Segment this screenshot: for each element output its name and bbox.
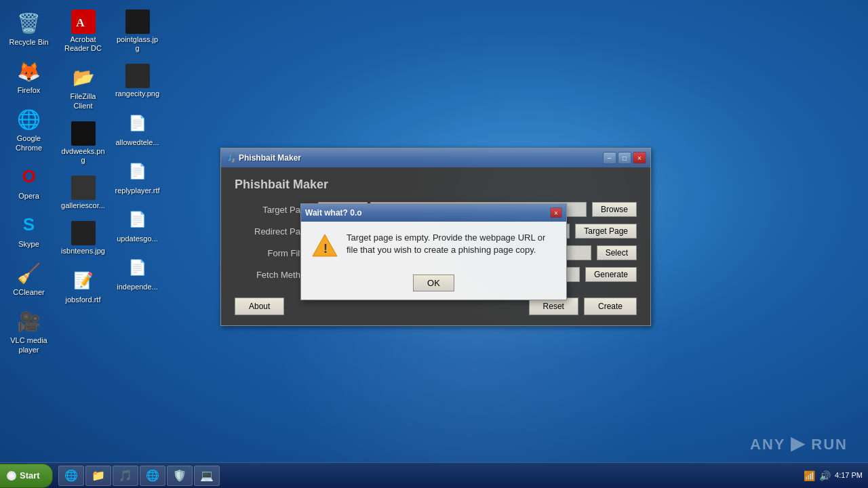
desktop-icon-jobsford[interactable]: 📝 jobsford.rtf	[58, 264, 108, 307]
opera-label: Opera	[18, 192, 39, 201]
filezilla-label: FileZilla Client	[60, 92, 106, 110]
chrome-label: Google Chrome	[6, 134, 52, 152]
desktop-icon-vlc[interactable]: 🎥 VLC media player	[3, 305, 54, 357]
ie-icon: 🌐	[64, 469, 78, 482]
pointglass-label: pointglass.jpg	[115, 35, 160, 53]
taskbar-items: 🌐 📁 🎵 🌐 🛡️ 💻	[58, 466, 798, 486]
firefox-label: Firefox	[18, 86, 41, 95]
app-icon: 🎣	[225, 152, 236, 163]
explorer-icon: 📁	[92, 469, 105, 482]
rangecity-label: rangecity.png	[115, 89, 159, 98]
security-icon: 🛡️	[173, 469, 186, 482]
wmp-icon: 🎵	[119, 469, 132, 482]
desktop-icon-updatesgo[interactable]: 📄 updatesgo...	[112, 203, 163, 246]
about-button[interactable]: About	[235, 298, 284, 315]
allowedtele-label: allowedtele...	[115, 138, 159, 147]
desktop-icon-allowedtele[interactable]: 📄 allowedtele...	[112, 107, 163, 150]
taskbar-item-vmware[interactable]: 💻	[194, 466, 220, 486]
updatesgo-label: updatesgo...	[117, 235, 158, 243]
chrome-taskbar-icon: 🌐	[146, 469, 159, 482]
system-tray: 📶 🔊 4:17 PM	[798, 470, 868, 481]
jobsford-label: jobsford.rtf	[66, 296, 101, 304]
desktop-icon-skype[interactable]: S Skype	[3, 209, 54, 251]
window-titlebar[interactable]: 🎣 Phishbait Maker − □ ×	[221, 148, 650, 167]
desktop-icon-independe[interactable]: 📄 independe...	[112, 251, 163, 294]
desktop-icon-dvdweeks[interactable]: dvdweeks.png	[58, 119, 108, 167]
window-body: Phishbait Maker Target Page: Page URL: B…	[221, 167, 650, 325]
desktop-icon-galleriescor[interactable]: galleriescor...	[58, 173, 108, 213]
start-button[interactable]: Start	[0, 464, 53, 488]
taskbar-item-wmp[interactable]: 🎵	[113, 466, 138, 486]
vlc-label: VLC media player	[6, 336, 52, 354]
desktop-icon-ccleaner[interactable]: 🧹 CCleaner	[3, 257, 54, 300]
app-title: Phishbait Maker	[235, 178, 637, 192]
anyrun-text: ANY ▶ RUN	[750, 433, 848, 454]
replyplayer-label: replyplayer.rtf	[115, 186, 159, 195]
browse-button[interactable]: Browse	[592, 202, 637, 217]
fetch-method-row: Fetch Method: Generate	[235, 267, 637, 282]
anyrun-watermark: ANY ▶ RUN	[750, 433, 848, 454]
reset-button[interactable]: Reset	[529, 298, 578, 315]
system-clock: 4:17 PM	[835, 470, 863, 480]
vmware-icon: 💻	[200, 469, 214, 482]
create-button[interactable]: Create	[584, 298, 637, 315]
svg-text:!: !	[323, 242, 328, 256]
right-buttons: Reset Create	[529, 298, 637, 315]
select-button[interactable]: Select	[597, 245, 637, 260]
dialog-titlebar: Wait what? 0.o ×	[301, 204, 566, 222]
generate-button[interactable]: Generate	[585, 267, 637, 282]
close-button[interactable]: ×	[633, 152, 646, 164]
taskbar-item-ie[interactable]: 🌐	[58, 466, 84, 486]
target-page-button[interactable]: Target Page	[575, 224, 637, 239]
dialog-close-button[interactable]: ×	[550, 207, 562, 218]
desktop-icons-col3: pointglass.jpg rangecity.png 📄 allowedte…	[112, 7, 163, 294]
form-filter-row: Form Filter: Select	[235, 245, 637, 260]
window-title: Phishbait Maker	[239, 153, 600, 163]
start-orb-icon	[7, 471, 16, 481]
acrobat-label: Acrobat Reader DC	[60, 35, 106, 53]
desktop-icon-recycle-bin[interactable]: 🗑️ Recycle Bin	[3, 7, 54, 49]
tray-volume-icon: 🔊	[819, 470, 831, 481]
maximize-button[interactable]: □	[618, 152, 631, 164]
dialog-message: Target page is empty. Provide the webpag…	[347, 232, 556, 256]
ccleaner-label: CCleaner	[13, 288, 44, 297]
window-controls: − □ ×	[603, 152, 646, 164]
taskbar-item-security[interactable]: 🛡️	[167, 466, 193, 486]
dialog-footer: OK	[301, 269, 566, 300]
desktop-icons-col1: 🗑️ Recycle Bin 🦊 Firefox 🌐 Google Chrome…	[3, 7, 54, 357]
skype-label: Skype	[18, 240, 39, 249]
target-page-row: Target Page: Page URL: Browse	[235, 202, 637, 217]
desktop-icon-isbnteens[interactable]: isbnteens.jpg	[58, 218, 108, 258]
desktop-icon-filezilla[interactable]: 📂 FileZilla Client	[58, 61, 108, 113]
desktop-icon-opera[interactable]: O Opera	[3, 161, 54, 203]
taskbar-item-chrome[interactable]: 🌐	[140, 466, 165, 486]
dvdweeks-label: dvdweeks.png	[60, 147, 106, 165]
desktop-icon-chrome[interactable]: 🌐 Google Chrome	[3, 103, 54, 155]
desktop-icon-pointglass[interactable]: pointglass.jpg	[112, 7, 163, 56]
dialog-ok-button[interactable]: OK	[413, 274, 454, 291]
redirect-page-row: Redirect Page: Target Page	[235, 224, 637, 239]
taskbar-item-explorer[interactable]: 📁	[85, 466, 111, 486]
desktop-icon-firefox[interactable]: 🦊 Firefox	[3, 55, 54, 98]
dialog-body: ! Target page is empty. Provide the webp…	[301, 222, 566, 269]
dialog-title: Wait what? 0.o	[305, 208, 550, 218]
independe-label: independe...	[117, 283, 158, 291]
recycle-bin-label: Recycle Bin	[9, 38, 48, 47]
desktop-icon-rangecity[interactable]: rangecity.png	[112, 61, 163, 101]
minimize-button[interactable]: −	[603, 152, 616, 164]
tray-network-icon: 📶	[804, 470, 815, 481]
isbnteens-label: isbnteens.jpg	[61, 247, 105, 256]
desktop-icons-col2: A Acrobat Reader DC 📂 FileZilla Client d…	[58, 7, 108, 307]
desktop: 🗑️ Recycle Bin 🦊 Firefox 🌐 Google Chrome…	[0, 0, 868, 488]
svg-text:A: A	[76, 16, 85, 29]
taskbar: Start 🌐 📁 🎵 🌐 🛡️ 💻 📶 🔊	[0, 462, 868, 488]
desktop-icon-acrobat[interactable]: A Acrobat Reader DC	[58, 7, 108, 56]
dialog-box: Wait what? 0.o × ! Target page is empty.…	[300, 203, 567, 300]
warning-icon: !	[311, 232, 338, 259]
galleriescor-label: galleriescor...	[61, 201, 105, 210]
start-label: Start	[20, 470, 40, 481]
desktop-icon-replyplayer[interactable]: 📄 replyplayer.rtf	[112, 155, 163, 198]
